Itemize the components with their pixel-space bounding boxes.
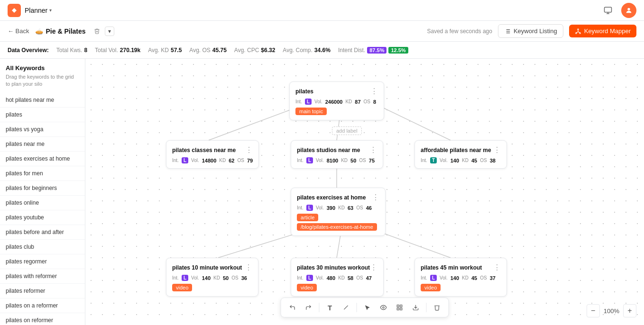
svg-point-24 — [383, 307, 385, 308]
sidebar-item[interactable]: pilates youtube — [0, 210, 85, 225]
data-overview: Data Overview: Total Kws. 8 Total Vol. 2… — [0, 42, 644, 59]
sidebar-item[interactable]: pilates for beginners — [0, 181, 85, 196]
user-avatar[interactable] — [621, 3, 636, 18]
keyword-listing-button[interactable]: Keyword Listing — [498, 24, 563, 38]
card-studios-header: pilates studios near me ⋮ — [297, 145, 377, 154]
intent-dist-key: Intent Dist. — [338, 47, 365, 54]
sidebar-item[interactable]: pilates with reformer — [0, 269, 85, 284]
project-dropdown[interactable]: ▾ — [105, 27, 114, 36]
card-exercises-title: pilates exercises at home — [297, 194, 372, 201]
card-30min-title: pilates 30 minutes workout — [297, 264, 370, 271]
toolbar-sep-3 — [426, 303, 427, 312]
card-classes-menu[interactable]: ⋮ — [245, 145, 253, 154]
text-button[interactable]: T — [322, 300, 338, 315]
classes-int-label: Int. — [172, 158, 179, 163]
sidebar-item[interactable]: pilates regormer — [0, 254, 85, 269]
card-pilates-30min[interactable]: pilates 30 minutes workout ⋮ Int. L Vol.… — [291, 258, 384, 297]
sidebar-item[interactable]: pilates for men — [0, 166, 85, 181]
card-classes-title: pilates classes near me — [172, 147, 245, 153]
sidebar-item[interactable]: pilates online — [0, 196, 85, 210]
card-studios-menu[interactable]: ⋮ — [369, 145, 377, 154]
sidebar-item[interactable]: hot pilates near me — [0, 93, 85, 108]
10min-tag[interactable]: video — [172, 284, 192, 291]
exercises-url[interactable]: /blog/pilates-exercises-at-home — [297, 223, 377, 231]
total-vol-val: 270.19k — [120, 47, 140, 54]
svg-line-23 — [344, 306, 348, 309]
pilates-int-label: Int. — [295, 99, 302, 104]
sidebar: All Keywords Drag the keywords to the gr… — [0, 59, 85, 325]
svg-line-14 — [576, 32, 578, 33]
card-exercises-menu[interactable]: ⋮ — [372, 193, 379, 202]
sidebar-item[interactable]: pilates on a reformer — [0, 298, 85, 313]
card-pilates[interactable]: pilates ⋮ Int. L Vol. 246000 KD 87 OS 8 … — [289, 81, 384, 120]
pilates-kd-key: KD — [345, 99, 352, 104]
line-button[interactable] — [339, 300, 354, 315]
card-pilates-10min[interactable]: pilates 10 minute workout ⋮ Int. L Vol. … — [166, 258, 258, 297]
card-45min-menu[interactable]: ⋮ — [493, 263, 501, 272]
card-30min-menu[interactable]: ⋮ — [370, 263, 377, 272]
delete-button[interactable] — [430, 300, 445, 315]
app-logo[interactable] — [8, 4, 21, 17]
redo-button[interactable] — [301, 300, 316, 315]
download-button[interactable] — [408, 300, 423, 315]
avg-comp-key: Avg. Comp. — [283, 47, 312, 54]
sidebar-item[interactable]: pilates reformer — [0, 284, 85, 298]
trash-icon-btn[interactable] — [92, 26, 103, 37]
sidebar-item[interactable]: pilates — [0, 108, 85, 122]
zoom-out-button[interactable]: − — [587, 304, 600, 317]
monitor-icon-btn[interactable] — [600, 3, 616, 18]
card-pilates-exercises[interactable]: pilates exercises at home ⋮ Int. L Vol. … — [291, 188, 386, 236]
svg-rect-26 — [400, 305, 402, 307]
avg-os-item: Avg. OS 45.75 — [189, 47, 227, 54]
canvas-area[interactable]: add label pilates ⋮ Int. L Vol. 246000 K… — [85, 59, 644, 325]
exercises-tag[interactable]: article — [297, 214, 318, 221]
pilates-kd-val: 87 — [355, 99, 360, 105]
svg-point-10 — [578, 28, 579, 29]
eye-button[interactable] — [376, 300, 391, 315]
sidebar-item[interactable]: pilates before and after — [0, 225, 85, 240]
sidebar-item[interactable]: pilates near me — [0, 137, 85, 152]
45min-tag[interactable]: video — [421, 284, 441, 291]
pilates-main-tag[interactable]: main topic — [295, 105, 378, 115]
card-10min-menu[interactable]: ⋮ — [245, 263, 252, 272]
card-pilates-meta: Int. L Vol. 246000 KD 87 OS 8 — [295, 99, 378, 105]
planner-nav[interactable]: Planner ▾ — [25, 7, 52, 14]
planner-label: Planner — [25, 7, 47, 14]
sidebar-item[interactable]: pilates on reformer — [0, 313, 85, 325]
card-pilates-45min[interactable]: pilates 45 min workout ⋮ Int. L Vol. 140… — [414, 258, 507, 297]
keyword-mapper-button[interactable]: Keyword Mapper — [569, 25, 636, 37]
avg-comp-val: 34.6% — [314, 47, 331, 54]
zoom-in-button[interactable]: + — [623, 304, 636, 317]
sidebar-item[interactable]: pilates exercises at home — [0, 152, 85, 166]
planner-chevron: ▾ — [49, 8, 52, 13]
add-label-button[interactable]: add label — [332, 126, 362, 135]
toolbar-sep-2 — [357, 303, 357, 312]
card-pilates-title: pilates — [295, 88, 370, 95]
card-45min-meta: Int. L Vol. 140 KD 45 OS 37 — [421, 275, 501, 281]
card-pilates-studios[interactable]: pilates studios near me ⋮ Int. L Vol. 81… — [291, 140, 383, 169]
cursor-button[interactable] — [360, 300, 375, 315]
30min-int-badge: L — [306, 275, 313, 281]
sidebar-subtitle: Drag the keywords to the grid to plan yo… — [0, 73, 85, 93]
sidebar-item[interactable]: pilates vs yoga — [0, 122, 85, 137]
keyword-mapper-label: Keyword Mapper — [584, 27, 631, 35]
card-affordable-menu[interactable]: ⋮ — [493, 145, 501, 154]
canvas-toolbar: T — [281, 298, 449, 317]
sidebar-item[interactable]: pilates club — [0, 240, 85, 254]
undo-button[interactable] — [285, 300, 300, 315]
avg-comp-item: Avg. Comp. 34.6% — [283, 47, 331, 54]
studios-int-badge: L — [306, 157, 313, 163]
card-pilates-classes[interactable]: pilates classes near me ⋮ Int. L Vol. 14… — [166, 140, 259, 169]
card-studios-meta: Int. L Vol. 8100 KD 50 OS 75 — [297, 157, 377, 163]
top-nav-right — [600, 3, 636, 18]
total-vol-key: Total Vol. — [95, 47, 118, 54]
total-vol-item: Total Vol. 270.19k — [95, 47, 140, 54]
grid-button[interactable] — [392, 300, 407, 315]
back-button[interactable]: ← Back — [8, 27, 29, 35]
pilates-vol-key: Vol. — [314, 99, 322, 104]
30min-tag[interactable]: video — [297, 284, 317, 291]
card-10min-meta: Int. L Vol. 140 KD 50 OS 36 — [172, 275, 252, 281]
card-affordable-pilates[interactable]: affordable pilates near me ⋮ Int. T Vol.… — [414, 140, 507, 169]
card-pilates-menu[interactable]: ⋮ — [370, 87, 378, 96]
svg-point-11 — [575, 32, 576, 33]
